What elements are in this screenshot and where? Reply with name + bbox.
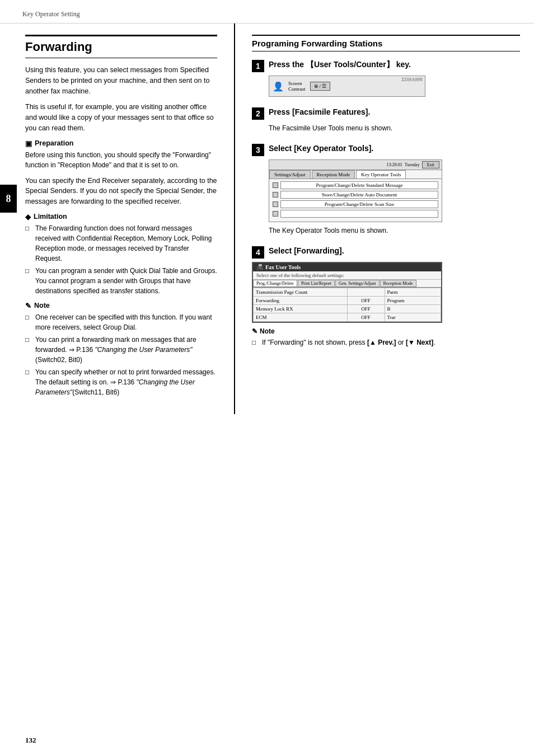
note-section-left: ✎ Note One receiver can be specified wit…: [25, 302, 217, 397]
screen-right-label: ZZ0SA09N: [401, 77, 423, 82]
limitation-section: ◆ Limitation The Forwarding function doe…: [25, 213, 217, 296]
fax-row-2-extra: Program: [385, 297, 441, 305]
limitation-title: ◆ Limitation: [25, 213, 217, 221]
step-3-title: Select [Key Operator Tools].: [269, 143, 373, 154]
fax-row-3: Memory Lock RX OFF B: [254, 305, 441, 313]
kot-exit-button[interactable]: Exit: [422, 161, 439, 168]
step-4-note-item-1: If "Forwarding" is not shown, press [▲ P…: [252, 337, 520, 348]
preparation-body: Before using this function, you should s…: [25, 150, 217, 170]
kot-tab-settings[interactable]: Settings/Adjust: [269, 170, 311, 179]
kot-body: Program/Change/Delete Standard Message S…: [269, 179, 442, 222]
kot-item-2: Store/Change/Delete Auto Document: [273, 191, 438, 199]
step-3-number: 3: [252, 144, 264, 156]
page-footer: 132: [25, 736, 36, 745]
note-item-2: You can print a forwarding mark on messa…: [25, 335, 217, 365]
fax-row-3-name: Memory Lock RX: [254, 305, 348, 313]
step-1-header: 1 Press the 【User Tools/Counter】 key.: [252, 59, 520, 72]
fax-tab-reception[interactable]: Reception Mode: [380, 280, 416, 287]
user-tools-counter-btn[interactable]: ⊕ / ☰: [310, 82, 331, 91]
step-3-header: 3 Select [Key Operator Tools].: [252, 143, 520, 156]
fax-row-2-name: Forwarding: [254, 297, 348, 305]
limitation-item-1: The Forwarding function does not forward…: [25, 223, 217, 264]
intro-para-1: Using this feature, you can select messa…: [25, 65, 217, 96]
kot-label-4: [280, 210, 438, 218]
kot-checkbox-2: [273, 192, 278, 198]
chapter-tab: 8: [0, 185, 17, 213]
step-2: 2 Press [Facsimile Features]. The Facsim…: [252, 107, 520, 133]
note-icon-left: ✎: [25, 302, 31, 310]
fax-row-2-value: OFF: [347, 297, 385, 305]
kot-item-1: Program/Change/Delete Standard Message: [273, 181, 438, 189]
fax-row-3-extra: B: [385, 305, 441, 313]
limitation-icon: ◆: [25, 213, 31, 221]
note-list-left: One receiver can be specified with this …: [25, 312, 217, 397]
left-column: Forwarding Using this feature, you can s…: [0, 24, 235, 414]
kot-checkbox-1: [273, 182, 278, 188]
step-2-body: The Facsimile User Tools menu is shown.: [269, 123, 520, 133]
step-4-number: 4: [252, 246, 264, 259]
step-4-header: 4 Select [Forwarding].: [252, 246, 520, 259]
preparation-title: ▣ Preparation: [25, 139, 217, 148]
screen-label-2: Contrast: [288, 86, 306, 92]
kot-tab-keyoperator[interactable]: Key Operator Tools: [356, 170, 406, 179]
step-2-number: 2: [252, 107, 264, 120]
kot-label-1[interactable]: Program/Change/Delete Standard Message: [280, 181, 438, 189]
step-3-body: The Key Operator Tools menu is shown.: [269, 226, 520, 236]
section-title-forwarding: Forwarding: [25, 35, 217, 58]
fax-row-1-extra: Parm: [385, 288, 441, 297]
chapter-number: 8: [6, 193, 11, 205]
fax-tab-print[interactable]: Print List/Report: [298, 280, 335, 287]
counter-icon: ⊕: [314, 83, 318, 89]
screen-label-1: Screen: [288, 81, 306, 86]
preparation-section: ▣ Preparation Before using this function…: [25, 139, 217, 170]
step-4-note-list: If "Forwarding" is not shown, press [▲ P…: [252, 337, 520, 348]
kot-label-2[interactable]: Store/Change/Delete Auto Document: [280, 191, 438, 199]
step-4-title: Select [Forwarding].: [269, 246, 344, 257]
fax-row-4-name: ECM: [254, 313, 348, 322]
fax-row-3-value: OFF: [347, 305, 385, 313]
fax-row-1: Transmission Page Count Parm: [254, 288, 441, 297]
page-header: Key Operator Setting: [0, 0, 534, 24]
step-2-header: 2 Press [Facsimile Features].: [252, 107, 520, 120]
fax-screen-subtitle: Select one of the following default sett…: [253, 271, 441, 280]
step-3-screen: 13:20:01 Tuesday Exit Settings/Adjust Re…: [269, 159, 442, 222]
step-4-note-title: ✎ Note: [252, 327, 520, 335]
kot-item-3: Program/Change/Delete Scan Size: [273, 200, 438, 208]
step-4: 4 Select [Forwarding]. 📠 Fax User Tools …: [252, 246, 520, 348]
note-icon-right: ✎: [252, 327, 257, 335]
screen-labels: Screen Contrast: [288, 81, 306, 92]
fax-row-4: ECM OFF Trar: [254, 313, 441, 322]
note-item-3: You can specify whether or not to print …: [25, 367, 217, 397]
kot-header: 13:20:01 Tuesday Exit: [269, 160, 442, 170]
kot-label-3[interactable]: Program/Change/Delete Scan Size: [280, 200, 438, 208]
kot-day: Tuesday: [405, 162, 420, 167]
right-column: Programing Forwarding Stations 1 Press t…: [235, 24, 534, 414]
preparation-icon: ▣: [25, 139, 32, 148]
intro-para-2: This is useful if, for example, you are …: [25, 102, 217, 133]
fax-row-2[interactable]: Forwarding OFF Program: [254, 297, 441, 305]
step-3: 3 Select [Key Operator Tools]. 13:20:01 …: [252, 143, 520, 236]
limitation-list: The Forwarding function does not forward…: [25, 223, 217, 296]
fax-tab-gen[interactable]: Gen. Settings/Adjust: [335, 280, 380, 287]
kot-checkbox-4: [273, 211, 278, 217]
btn-label: /: [320, 83, 321, 89]
step-1-screen: 👤 Screen Contrast ⊕ / ☰ ZZ0SA09N: [269, 76, 425, 97]
preparation-body-2: You can specify the End Receiver separat…: [25, 176, 217, 207]
step-4-screen: 📠 Fax User Tools Select one of the follo…: [252, 262, 442, 323]
fax-icon: 📠: [256, 264, 263, 270]
kot-tab-reception[interactable]: Reception Mode: [312, 170, 355, 179]
fax-tab-prog[interactable]: Prog./Change/Delete: [253, 280, 297, 287]
fax-row-1-name: Transmission Page Count: [254, 288, 348, 297]
screen-user-icon: 👤: [273, 81, 284, 92]
fax-screen-tabs: Prog./Change/Delete Print List/Report Ge…: [253, 280, 441, 288]
fax-settings-table: Transmission Page Count Parm Forwarding …: [253, 288, 441, 322]
note-item-1: One receiver can be specified with this …: [25, 312, 217, 332]
note-title-left: ✎ Note: [25, 302, 217, 310]
kot-time: 13:20:01: [386, 162, 402, 167]
fax-screen-title: 📠 Fax User Tools: [253, 263, 441, 271]
limitation-item-2: You can program a sender with Quick Dial…: [25, 266, 217, 296]
fax-row-4-extra: Trar: [385, 313, 441, 322]
content-area: Forwarding Using this feature, you can s…: [0, 24, 534, 414]
step-1-number: 1: [252, 60, 264, 72]
tools-icon: ☰: [322, 83, 326, 89]
